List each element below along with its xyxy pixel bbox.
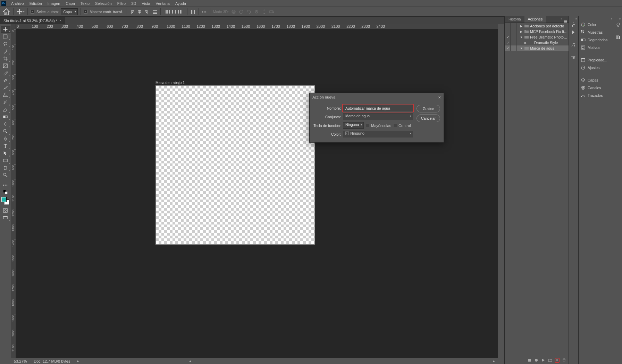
rail-capas[interactable]: Capas <box>579 76 614 84</box>
color-select[interactable]: ×Ninguno <box>343 131 413 137</box>
action-row[interactable]: ✓▶Dramatic Style <box>505 40 569 45</box>
scroll-right-icon[interactable]: ▸ <box>493 359 495 363</box>
lasso-tool[interactable] <box>1 41 10 48</box>
actions-tree[interactable]: ▶Acciones por defecto▶MCP Facebook Fix 9… <box>505 23 569 189</box>
dodge-tool[interactable] <box>1 128 10 135</box>
menu-ventana[interactable]: Ventana <box>153 0 173 7</box>
wand-tool[interactable] <box>1 48 10 55</box>
document-tab[interactable]: Sin título-1 al 53.3% (RGB/8#) * × <box>0 17 65 25</box>
stop-icon[interactable] <box>527 358 532 363</box>
quick-mask-icon[interactable] <box>1 207 10 214</box>
grabar-button[interactable]: Grabar <box>417 105 440 112</box>
tab-historia[interactable]: Historia <box>505 16 524 23</box>
rectangle-tool[interactable] <box>1 157 10 164</box>
toggle-dialog[interactable] <box>512 34 517 40</box>
menu-texto[interactable]: Texto <box>78 0 92 7</box>
rail-muestras[interactable]: Muestras <box>579 28 614 36</box>
toggle-dialog[interactable] <box>512 23 517 29</box>
pen-tool[interactable] <box>1 135 10 142</box>
rail-brush-settings-icon[interactable] <box>569 21 578 28</box>
toggle-dialog[interactable] <box>512 45 517 51</box>
rail-ajustes[interactable]: Ajustes <box>579 64 614 71</box>
trash-icon[interactable] <box>562 358 566 363</box>
menu-filtro[interactable]: Filtro <box>115 0 128 7</box>
scale-icon[interactable] <box>261 9 267 15</box>
twisty-icon[interactable]: ▶ <box>520 25 523 28</box>
tab-acciones[interactable]: Acciones <box>524 16 546 23</box>
rail-expand-icon-2[interactable]: « <box>579 17 614 21</box>
action-row[interactable]: ✓▼Free Dramatic Photoshop ... <box>505 34 569 40</box>
stamp-tool[interactable] <box>1 92 10 99</box>
distribute-more-icon[interactable] <box>190 9 196 15</box>
set-select[interactable]: Marca de agua <box>343 113 413 120</box>
align-right-icon[interactable] <box>143 9 149 15</box>
roll-icon[interactable] <box>246 9 252 15</box>
gradient-tool[interactable] <box>1 113 10 120</box>
twisty-icon[interactable]: ▼ <box>520 36 523 39</box>
rail-color[interactable]: Color <box>579 21 614 28</box>
zoom-tool[interactable] <box>1 172 10 179</box>
new-action-icon[interactable] <box>555 358 560 363</box>
align-more-icon[interactable] <box>152 9 158 15</box>
toggle-check[interactable]: ✓ <box>506 34 511 40</box>
slide-icon[interactable] <box>254 9 259 15</box>
twisty-icon[interactable]: ▶ <box>520 30 523 33</box>
shift-check[interactable]: Mayúsculas <box>366 124 391 128</box>
menu-capa[interactable]: Capa <box>63 0 77 7</box>
menu-vista[interactable]: Vista <box>139 0 153 7</box>
close-tab-icon[interactable]: × <box>59 19 61 23</box>
align-center-h-icon[interactable] <box>137 9 142 15</box>
default-colors-icon[interactable] <box>1 189 10 196</box>
blur-tool[interactable] <box>1 121 10 128</box>
fg-color[interactable] <box>1 197 6 202</box>
menu-archivo[interactable]: Archivo <box>8 0 27 7</box>
menu-3d[interactable]: 3D <box>128 0 139 7</box>
rail-motivos[interactable]: Motivos <box>579 44 614 51</box>
menu-seleccion[interactable]: Selección <box>92 0 115 7</box>
brush-tool[interactable] <box>1 84 10 91</box>
panel-menu-icon[interactable] <box>564 18 567 20</box>
show-transform-checkbox[interactable]: ✓ <box>84 10 87 14</box>
rail-clone-source-icon[interactable] <box>569 41 578 49</box>
hand-tool[interactable] <box>1 164 10 171</box>
auto-select-checkbox[interactable]: ✓ <box>31 10 34 14</box>
pan-icon[interactable] <box>238 9 244 15</box>
name-input[interactable] <box>343 105 413 111</box>
edit-toolbar[interactable]: ••• <box>1 181 10 188</box>
marquee-tool[interactable] <box>1 33 10 40</box>
menu-imagen[interactable]: Imagen <box>45 0 63 7</box>
orbit-icon[interactable] <box>231 9 236 15</box>
twisty-icon[interactable]: ▶ <box>524 41 527 44</box>
heal-tool[interactable] <box>1 77 10 84</box>
scroll-left-icon[interactable]: ◂ <box>189 359 191 363</box>
rail-brushes-icon[interactable] <box>569 28 578 36</box>
menu-edicion[interactable]: Edición <box>27 0 45 7</box>
toggle-dialog[interactable] <box>512 29 517 34</box>
rail-expand-icon-3[interactable]: « <box>614 17 622 21</box>
close-icon[interactable]: × <box>438 95 441 100</box>
dialog-titlebar[interactable]: Acción nueva × <box>310 93 444 101</box>
frame-tool[interactable] <box>1 62 10 69</box>
toggle-check[interactable] <box>506 29 511 34</box>
artboard[interactable] <box>156 85 315 245</box>
rail-adjustments-icon[interactable] <box>569 53 578 61</box>
rail-expand-icon[interactable]: « <box>569 17 578 21</box>
distribute-v2-icon[interactable] <box>171 9 177 15</box>
distribute-v1-icon[interactable] <box>165 9 170 15</box>
folder-icon[interactable] <box>548 358 553 363</box>
rail-trazados[interactable]: Trazados <box>579 92 614 99</box>
screen-mode-icon[interactable] <box>1 214 10 221</box>
move-tool-icon[interactable]: ▾ <box>16 8 25 16</box>
type-tool[interactable] <box>1 143 10 150</box>
action-row[interactable]: ✓▼Marca de agua <box>505 45 569 51</box>
toggle-check[interactable] <box>506 23 511 29</box>
toggle-dialog[interactable] <box>512 40 517 45</box>
zoom-value[interactable]: 53.27% <box>14 359 27 363</box>
rail-propiedades[interactable]: Propiedad... <box>579 56 614 64</box>
path-select-tool[interactable] <box>1 150 10 157</box>
menu-ayuda[interactable]: Ayuda <box>173 0 189 7</box>
toggle-check[interactable]: ✓ <box>506 45 511 51</box>
action-row[interactable]: ▶Acciones por defecto <box>505 23 569 29</box>
rail-degradados[interactable]: Degradados <box>579 36 614 44</box>
play-icon[interactable] <box>541 358 546 363</box>
